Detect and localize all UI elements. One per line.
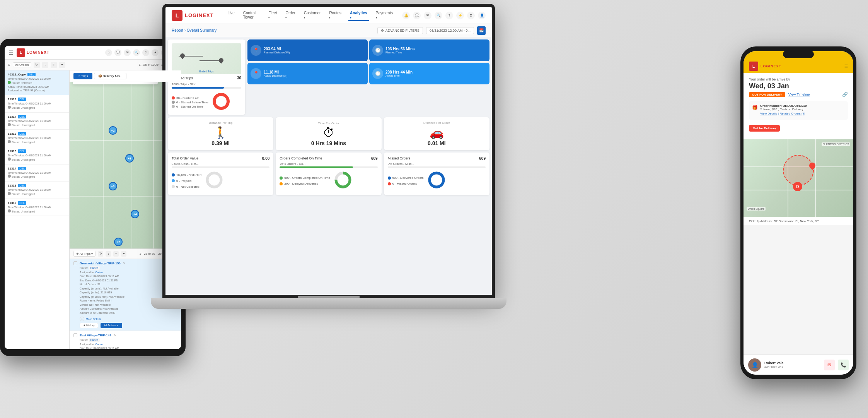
home-icon[interactable]: ⌂ [105,49,112,56]
question-icon[interactable]: ? [142,49,149,56]
timeline-link[interactable]: View Timeline [788,93,810,96]
location-icon: 📍 [251,45,261,56]
item-info: Time Window: 04/07/2023 11:00 AM Status:… [8,171,66,179]
breadcrumb-parent[interactable]: Report [172,28,183,33]
phone-body: Your order will be arrive by Wed, 03 Jan… [744,73,853,139]
nav-order[interactable]: Order ▾ [284,10,297,21]
date-range-btn[interactable]: 03/31/2023 12:00 AM - 0... [426,27,474,34]
all-orders-filter[interactable]: All Orders [13,62,31,67]
view-details-link[interactable]: View Details [760,112,777,115]
nav-customer[interactable]: Customer ▾ [302,10,322,21]
gift-icon: 🎁 [752,105,758,110]
columns-btn[interactable]: ≡ [51,62,57,68]
refresh-btn[interactable]: ↻ [34,62,40,68]
list-item[interactable]: 11312 DEL Time Window: 04/07/2023 11:00 … [5,199,69,216]
list-item[interactable]: 11314 DEL Time Window: 04/07/2023 11:00 … [5,164,69,182]
question-icon[interactable]: ? [445,12,453,19]
hamburger-icon[interactable]: ☰ [9,50,14,56]
tab-trips[interactable]: ✈ Trips [73,73,92,79]
item-id: 11317 [8,115,16,118]
mo-title: Missed Orders [388,156,411,161]
mo-legend: 609 - Delivered Orders 0 - Missed Orders [388,175,424,186]
stats-row-2: 📍 11.18 MI Actual Distance(MI) 🕐 298 Hrs… [247,63,489,84]
oc-title: Orders Completed On Time [280,156,322,161]
actual-distance-val: 11.18 MI [264,70,287,74]
columns-btn[interactable]: ≡ [113,251,119,257]
delivery-status-btn[interactable]: Out for Delivery [749,125,780,132]
actual-time-label: Actual Time [385,74,413,77]
tov-progress [172,166,269,168]
phone-menu-icon[interactable]: ≡ [844,63,848,70]
more-details-link[interactable]: More Details [86,318,101,320]
svg-point-5 [430,173,443,187]
laptop-base [151,298,506,309]
related-orders-link[interactable]: Related Orders (4) [779,112,805,115]
item-id: 11316 [8,132,16,135]
bell-icon[interactable]: 🔔 [402,12,410,19]
driver-info: Robert Vala 234 4564 345 [764,361,821,368]
more-details-icon[interactable]: + [80,317,84,321]
actual-time-val: 298 Hrs 44 Min [385,70,413,74]
list-item[interactable]: 11315 DEL Time Window: 04/07/2023 11:00 … [5,147,69,164]
trip-checkbox[interactable] [73,333,77,337]
item-badge: DEL [18,184,26,187]
nav-live[interactable]: Live [226,10,236,21]
main-content: Ended Trips Delayed Trips 30 100% Trips … [165,37,492,298]
tab-delivery[interactable]: 📦 Delivery Ass... [94,73,127,79]
order-items: 2 Items, $20 , Cash on Delivery. [760,108,845,111]
search-icon[interactable]: 🔍 [435,12,442,19]
dist-order-icon: 🚗 [430,126,444,139]
list-item[interactable]: 11317 DEL Time Window: 04/07/2023 11:00 … [5,113,69,130]
call-icon[interactable]: 📞 [838,360,849,370]
all-trips-filter[interactable]: ⊕ All Trips ▾ [73,251,95,257]
mail-icon[interactable]: ✉ [424,12,431,19]
oc-fill [280,166,353,168]
nav-routes[interactable]: Routes ▾ [327,10,343,21]
settings-icon[interactable]: ⚙ [467,12,475,19]
dist-trip-val: 0.39 MI [211,140,230,146]
tablet-logo-text: LOGINEXT [27,50,49,55]
filter-btn[interactable]: ▼ [59,62,65,68]
chat-icon[interactable]: 💬 [413,12,421,19]
ended-trips-label: Ended Trips [172,70,241,73]
breadcrumb-actions: ⚙ ADVANCED FILTERS 03/31/2023 12:00 AM -… [377,26,486,35]
refresh-btn[interactable]: ↻ [98,251,103,257]
edit-icon[interactable]: ✎ [123,262,126,265]
user-icon[interactable]: 👤 [478,12,486,19]
dist-order-val: 0.01 MI [428,140,446,146]
item-info: Time Window: 04/07/2023 11:00 AM Status:… [8,188,66,196]
chat-icon[interactable]: 💬 [114,49,121,56]
share-icon[interactable]: 🔗 [842,92,848,97]
edit-icon[interactable]: ✎ [114,334,116,337]
stats-grid: 📍 203.94 MI Planned Distance(MI) 🕐 103 H… [247,39,489,115]
filter-btn[interactable]: ▼ [121,251,126,257]
all-actions-btn[interactable]: All Actions ▾ [101,323,122,328]
trip-name: Greenwich Village-TRIP-150 [80,262,121,265]
tov-legend: 10,400 - Collected 0 - Prepaid 0 - Not C… [172,173,201,189]
item-id: 11312 [8,201,16,205]
nav-analytics[interactable]: Analytics ▾ [348,10,368,21]
calendar-icon[interactable]: 📅 [477,26,486,35]
list-item[interactable]: 40312_Copy DEL Time Window: 04/03/2023 1… [5,70,69,95]
item-id: 40312_Copy [8,73,26,76]
advanced-filters-btn[interactable]: ⚙ ADVANCED FILTERS [377,27,423,34]
list-item[interactable]: 11316 DEL Time Window: 04/07/2023 11:00 … [5,130,69,147]
nav-payments[interactable]: Payments ▾ [374,10,394,21]
lightning-icon[interactable]: ⚡ [456,12,464,19]
phone-logo-text: LOGINEXT [761,64,781,68]
item-badge: DEL [18,167,26,170]
mail-icon[interactable]: ✉ [124,49,131,56]
download-btn[interactable]: ↓ [42,62,48,68]
mo-progress [388,166,486,168]
location-icon-2: 📍 [251,68,261,79]
history-btn[interactable]: ★ History [80,323,98,328]
download-btn[interactable]: ↓ [106,251,111,257]
message-icon[interactable]: ✉ [824,360,835,370]
nav-fleet[interactable]: Fleet ▾ [267,10,278,21]
list-item[interactable]: 11318 DEL Time Window: 04/07/2023 11:00 … [5,95,69,113]
order-row: 🎁 Order number: ORD9876543210 2 Items, $… [752,104,845,115]
list-item[interactable]: 11313 DEL Time Window: 04/07/2023 11:00 … [5,182,69,199]
search-icon[interactable]: 🔍 [133,49,140,56]
trip-checkbox[interactable] [73,261,77,265]
nav-control-tower[interactable]: Control Tower [242,10,261,21]
